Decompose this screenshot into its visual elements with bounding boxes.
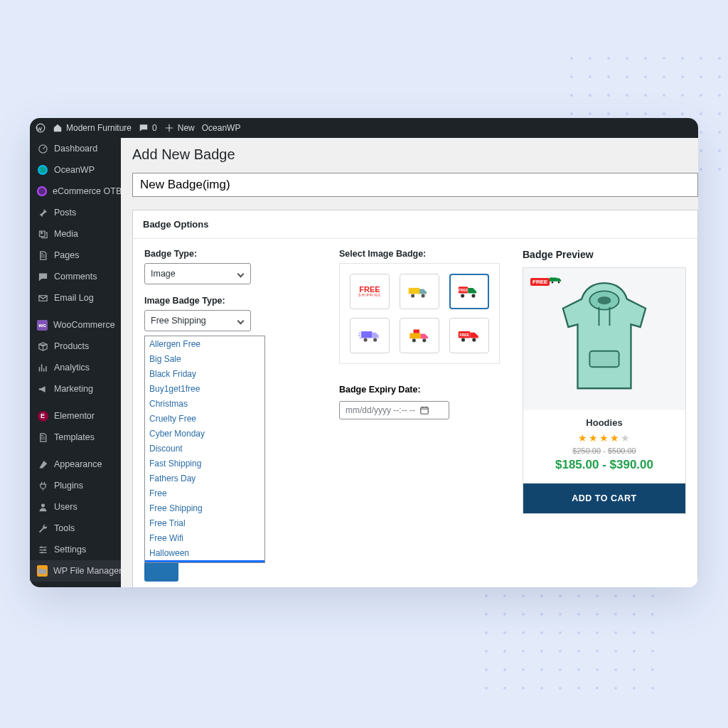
sidebar-item-label: Media bbox=[54, 229, 78, 239]
chevron-down-icon bbox=[237, 270, 245, 277]
dropdown-option[interactable]: Allergen Free bbox=[145, 336, 264, 351]
page-icon bbox=[37, 432, 48, 443]
ocean-icon bbox=[37, 164, 48, 176]
comment-icon bbox=[37, 271, 48, 282]
sidebar-item-label: eCommerce OTB bbox=[53, 186, 121, 196]
dropdown-option[interactable]: Christmas bbox=[145, 396, 264, 411]
sidebar-item-label: Products bbox=[54, 341, 89, 351]
page-icon bbox=[37, 250, 48, 261]
old-price: $250.00 - $500.00 bbox=[528, 446, 681, 455]
sidebar-item-label: Comments bbox=[54, 272, 97, 282]
svg-rect-19 bbox=[410, 333, 420, 339]
dropdown-option[interactable]: Fathers Day bbox=[145, 471, 264, 486]
image-badge-type-value: Free Shipping bbox=[151, 316, 206, 326]
dropdown-option[interactable]: Hot Deal bbox=[145, 560, 264, 563]
sidebar-item-label: Marketing bbox=[54, 384, 93, 394]
svg-point-7 bbox=[41, 552, 43, 554]
dropdown-option[interactable]: Halloween bbox=[145, 545, 264, 560]
wp-logo-icon[interactable] bbox=[36, 123, 46, 133]
dropdown-option[interactable]: Free Trial bbox=[145, 515, 264, 530]
content-area: Add New Badge Badge Options Badge Type: … bbox=[121, 138, 698, 587]
sidebar-item-comments[interactable]: Comments bbox=[30, 266, 121, 287]
folder-icon bbox=[37, 565, 48, 577]
box-icon bbox=[37, 341, 48, 352]
wp-admin-bar: Modern Furniture 0 New OceanWP bbox=[30, 118, 698, 138]
select-image-label: Select Image Badge: bbox=[339, 249, 505, 259]
badge-image-option[interactable] bbox=[400, 274, 439, 309]
sidebar-item-wp-file-manager[interactable]: WP File Manager bbox=[30, 560, 121, 582]
add-to-cart-button[interactable]: ADD TO CART bbox=[523, 483, 685, 513]
expiry-date-input[interactable]: mm/dd/yyyy --:-- -- bbox=[339, 401, 449, 419]
sidebar-item-products[interactable]: Products bbox=[30, 336, 121, 357]
theme-link[interactable]: OceanWP bbox=[202, 123, 241, 133]
dropdown-option[interactable]: Buy1get1free bbox=[145, 381, 264, 396]
dropdown-option[interactable]: Black Friday bbox=[145, 366, 264, 381]
badge-image-option[interactable]: FREE bbox=[449, 318, 489, 353]
star-icon: ★ bbox=[610, 432, 621, 444]
panel-heading: Badge Options bbox=[133, 210, 697, 239]
sidebar-item-marketing[interactable]: Marketing bbox=[30, 378, 121, 400]
elem-icon: E bbox=[37, 410, 48, 422]
dropdown-option[interactable]: Free Shipping bbox=[145, 500, 264, 515]
dropdown-option[interactable]: Fast Shipping bbox=[145, 456, 264, 471]
sidebar-item-media[interactable]: Media bbox=[30, 223, 121, 245]
sidebar-item-oceanwp[interactable]: OceanWP bbox=[30, 159, 121, 181]
svg-point-21 bbox=[412, 338, 416, 342]
badge-type-select[interactable]: Image bbox=[144, 263, 251, 284]
badge-title-input[interactable] bbox=[132, 173, 698, 197]
sidebar-item-analytics[interactable]: Analytics bbox=[30, 357, 121, 378]
expiry-placeholder: mm/dd/yyyy --:-- -- bbox=[346, 405, 415, 415]
sidebar-item-settings[interactable]: Settings bbox=[30, 539, 121, 560]
sidebar-item-appearance[interactable]: Appearance bbox=[30, 454, 121, 475]
product-image bbox=[551, 277, 658, 401]
dropdown-option[interactable]: Discount bbox=[145, 441, 264, 456]
sidebar-item-plugins[interactable]: Plugins bbox=[30, 475, 121, 496]
dropdown-option[interactable]: Cruelty Free bbox=[145, 411, 264, 426]
image-badge-type-select[interactable]: Free Shipping bbox=[144, 310, 251, 331]
sidebar-item-ecommerce-otb[interactable]: eCommerce OTB bbox=[30, 181, 121, 202]
svg-text:FREE: FREE bbox=[459, 333, 469, 337]
badge-options-panel: Badge Options Badge Type: Image Image Ba… bbox=[132, 210, 698, 587]
sidebar-item-tools[interactable]: Tools bbox=[30, 518, 121, 539]
preview-badge-text: FREE bbox=[530, 278, 550, 286]
badge-image-option[interactable] bbox=[400, 318, 439, 353]
wc-icon: wc bbox=[37, 319, 48, 331]
current-price: $185.00 - $390.00 bbox=[528, 458, 681, 472]
sidebar-item-posts[interactable]: Posts bbox=[30, 202, 121, 223]
svg-rect-16 bbox=[361, 331, 372, 338]
sidebar-item-users[interactable]: Users bbox=[30, 496, 121, 518]
svg-rect-9 bbox=[409, 288, 419, 294]
wrench-icon bbox=[37, 523, 48, 534]
sidebar-item-label: Templates bbox=[54, 432, 95, 442]
sidebar-item-label: Plugins bbox=[54, 481, 83, 491]
sidebar-item-email-log[interactable]: Email Log bbox=[30, 287, 121, 309]
sidebar-item-templates[interactable]: Templates bbox=[30, 427, 121, 448]
image-badge-type-label: Image Badge Type: bbox=[144, 296, 322, 306]
dropdown-option[interactable]: Cyber Monday bbox=[145, 426, 264, 441]
sidebar-item-label: WP File Manager bbox=[53, 566, 121, 576]
sidebar-item-label: Posts bbox=[54, 208, 76, 218]
comments-link[interactable]: 0 bbox=[139, 123, 157, 133]
sidebar-item-pages[interactable]: Pages bbox=[30, 245, 121, 266]
image-badge-type-dropdown[interactable]: Allergen FreeBig SaleBlack FridayBuy1get… bbox=[144, 336, 265, 563]
site-name-link[interactable]: Modern Furniture bbox=[53, 123, 132, 133]
dashboard-icon bbox=[37, 143, 48, 154]
dropdown-option[interactable]: Free Wifi bbox=[145, 530, 264, 545]
badge-image-option[interactable]: FREESHIPPING bbox=[350, 274, 390, 309]
sidebar-item-dashboard[interactable]: Dashboard bbox=[30, 138, 121, 159]
svg-point-4 bbox=[41, 503, 45, 507]
chart-icon bbox=[37, 362, 48, 373]
sidebar-item-label: Dashboard bbox=[54, 144, 97, 154]
svg-point-17 bbox=[364, 338, 368, 341]
svg-point-30 bbox=[558, 282, 560, 284]
dropdown-option[interactable]: Free bbox=[145, 486, 264, 500]
new-link[interactable]: New bbox=[164, 123, 195, 133]
badge-image-option[interactable] bbox=[350, 318, 390, 353]
sidebar-item-woocommerce[interactable]: wcWooCommerce bbox=[30, 314, 121, 336]
badge-image-option[interactable]: FREE bbox=[449, 274, 489, 309]
dropdown-option[interactable]: Big Sale bbox=[145, 351, 264, 366]
ring-icon bbox=[37, 186, 47, 197]
sidebar-item-collapse-menu[interactable]: Collapse menu bbox=[30, 582, 121, 587]
sidebar-item-label: Pages bbox=[54, 250, 79, 260]
sidebar-item-elementor[interactable]: EElementor bbox=[30, 405, 121, 427]
